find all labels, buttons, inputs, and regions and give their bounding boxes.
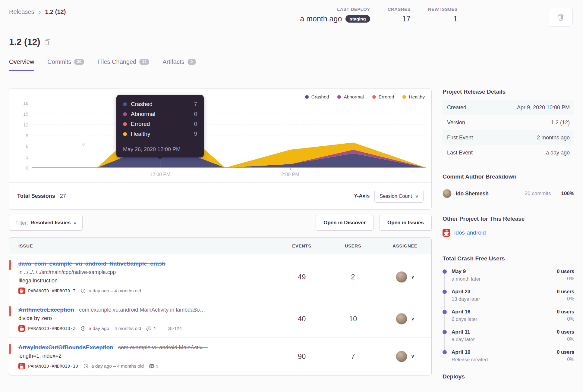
filter-label: Filter: xyxy=(15,220,28,226)
chevron-down-icon[interactable]: ∨ xyxy=(411,274,414,280)
open-in-issues-button[interactable]: Open in Issues xyxy=(380,215,432,231)
section-heading: Commit Author Breakdown xyxy=(443,173,574,180)
error-level-bar xyxy=(9,344,11,354)
issue-events-count: 49 xyxy=(276,273,327,281)
legend-item-crashed[interactable]: Crashed xyxy=(305,94,329,100)
chart-tooltip: Crashed 7 Abnormal 0 Errored 0 xyxy=(116,95,204,157)
breadcrumb: Releases › 1.2 (12) xyxy=(9,7,583,15)
stat-crashes: CRASHES 17 xyxy=(388,7,411,23)
timeline-dot-icon xyxy=(443,310,447,314)
assignee-avatar[interactable] xyxy=(396,351,407,362)
detail-key: Last Event xyxy=(447,150,473,156)
tooltip-row-abnormal: Abnormal 0 xyxy=(123,111,197,117)
clock-icon xyxy=(81,326,86,331)
tab-artifacts[interactable]: Artifacts 0 xyxy=(162,58,196,71)
y-axis-select-value: Session Count xyxy=(380,193,412,199)
project-slug[interactable]: PARANOID-ANDROID-T xyxy=(28,288,75,293)
tooltip-abnormal-label: Abnormal xyxy=(131,111,194,117)
open-in-discover-button[interactable]: Open in Discover xyxy=(316,215,373,231)
legend-item-abnormal[interactable]: Abnormal xyxy=(337,94,364,100)
tab-commits-badge: 20 xyxy=(74,59,84,65)
timeline-entry: May 9 a month later 0 users 0% xyxy=(443,269,574,282)
java-project-icon xyxy=(443,229,450,237)
section-heading: Project Release Details xyxy=(443,89,574,95)
copy-icon[interactable] xyxy=(44,39,51,46)
tab-files-changed[interactable]: Files Changed 14 xyxy=(97,58,149,71)
timeline-sub: a day later xyxy=(452,337,475,342)
chevron-down-icon[interactable]: ∨ xyxy=(411,316,414,322)
detail-value: 1.2 (12) xyxy=(551,120,570,126)
tab-commits[interactable]: Commits 20 xyxy=(47,58,84,71)
detail-row-first-event: First Event 2 months ago xyxy=(443,130,574,145)
timeline-entry: April 11 a day later 0 users 0% xyxy=(443,329,574,342)
timeline-percent: 0% xyxy=(557,336,574,342)
column-events: EVENTS xyxy=(276,243,327,248)
timeline-dot-icon xyxy=(443,330,447,334)
detail-key: First Event xyxy=(447,135,473,141)
errored-dot-icon xyxy=(123,122,127,126)
tab-overview[interactable]: Overview xyxy=(9,58,34,71)
section-heading: Total Crash Free Users xyxy=(443,255,574,262)
timeline-users: 0 users xyxy=(557,349,574,355)
detail-value: 2 months ago xyxy=(537,135,570,141)
sessions-area-chart[interactable]: 0 3 6 9 12 15 18 0 Crashed 7 xyxy=(32,103,426,168)
comment-icon xyxy=(147,326,151,331)
chart-footer: Total Sessions 27 Y-Axis Session Count ∨ xyxy=(9,182,431,209)
delete-release-button[interactable] xyxy=(549,8,573,26)
error-level-bar xyxy=(9,260,11,270)
java-project-icon xyxy=(18,288,25,294)
title-row: 1.2 (12) xyxy=(9,35,583,49)
stat-crashes-label: CRASHES xyxy=(388,7,411,12)
timeline-date: April 23 xyxy=(452,289,480,295)
divider xyxy=(162,325,162,332)
errored-dot-icon xyxy=(372,95,376,99)
timeline-entry: April 23 13 days later 0 users 0% xyxy=(443,289,574,302)
chevron-down-icon: ∨ xyxy=(73,221,77,225)
issue-row: ArithmeticException com.example.vu.andro… xyxy=(9,300,431,338)
timeline-dot-icon xyxy=(443,350,447,354)
issue-events-count: 40 xyxy=(276,315,327,323)
y-tick-9: 9 xyxy=(16,133,28,138)
project-slug[interactable]: PARANOID-ANDROID-Z xyxy=(28,326,75,331)
chevron-down-icon: ∨ xyxy=(415,194,419,198)
legend-item-errored[interactable]: Errored xyxy=(372,94,394,100)
author-name: Ido Shemesh xyxy=(456,191,489,197)
timeline-sub: 13 days later xyxy=(452,296,480,302)
sessions-chart-card: Crashed Abnormal Errored Healthy xyxy=(9,89,432,210)
timeline-date: April 16 xyxy=(452,309,477,315)
issues-filter-dropdown[interactable]: Filter: Resolved Issues ∨ xyxy=(9,215,83,231)
issue-users-count: 10 xyxy=(327,315,379,323)
y-tick-3: 3 xyxy=(16,154,28,160)
release-stats: LAST DEPLOY a month ago staging CRASHES … xyxy=(300,7,458,23)
issue-title-link[interactable]: ArrayIndexOutOfBoundsException xyxy=(18,344,113,350)
issue-row: Java_com_example_vu_android_NativeSample… xyxy=(9,254,431,300)
tooltip-row-crashed: Crashed 7 xyxy=(123,101,197,107)
issue-short-id: SI-124 xyxy=(168,326,182,331)
issue-title-link[interactable]: ArithmeticException xyxy=(18,306,74,313)
assignee-avatar[interactable] xyxy=(396,313,407,325)
legend-abnormal-label: Abnormal xyxy=(344,94,364,100)
issue-comments-count: 1 xyxy=(156,364,158,369)
project-slug[interactable]: PARANOID-ANDROID-10 xyxy=(28,364,78,369)
other-project-link[interactable]: idos-android xyxy=(454,229,486,236)
release-overview-page: Releases › 1.2 (12) LAST DEPLOY a month … xyxy=(0,0,583,385)
issue-comments: 2 xyxy=(147,326,156,331)
other-project-row: idos-android xyxy=(443,227,574,237)
chevron-down-icon[interactable]: ∨ xyxy=(411,354,414,359)
column-users: USERS xyxy=(327,243,379,248)
y-axis-select[interactable]: Session Count ∨ xyxy=(374,190,424,203)
legend-item-healthy[interactable]: Healthy xyxy=(402,94,425,100)
detail-row-last-event: Last Event a day ago xyxy=(443,145,574,160)
issue-subtitle: IllegalInstruction xyxy=(18,278,273,284)
stacked-area-plot xyxy=(32,103,426,168)
breadcrumb-releases-link[interactable]: Releases xyxy=(9,8,34,15)
timeline-percent: 0% xyxy=(557,296,574,302)
tooltip-arrow xyxy=(157,157,163,162)
top-bar: Releases › 1.2 (12) LAST DEPLOY a month … xyxy=(9,7,583,29)
assignee-avatar[interactable] xyxy=(396,271,407,283)
issue-subtitle: divide by zero xyxy=(18,315,273,322)
issue-title-link[interactable]: Java_com_example_vu_android_NativeSample… xyxy=(18,260,165,267)
issues-table-header: ISSUE EVENTS USERS ASSIGNEE xyxy=(9,238,431,254)
x-tick-label-2pm: 2:00 PM xyxy=(281,172,299,177)
section-heading: Deploys xyxy=(443,373,574,380)
